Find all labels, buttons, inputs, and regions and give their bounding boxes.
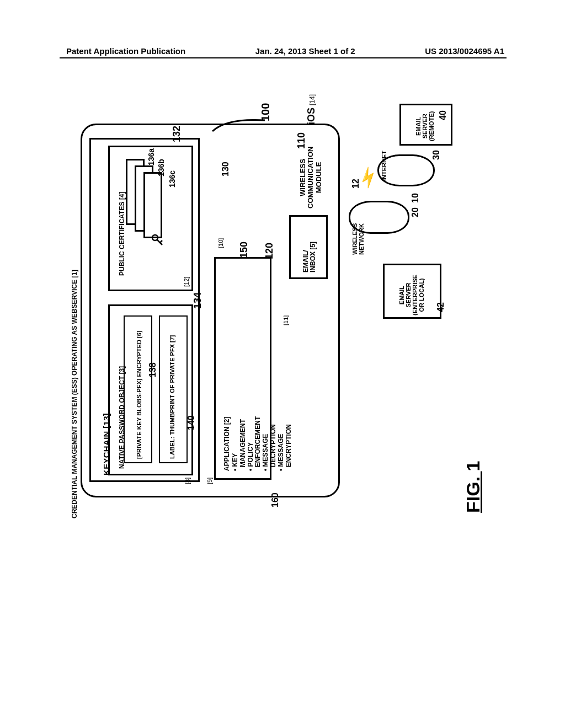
ref-160: 160 <box>270 493 280 507</box>
application-bullets: • KEY MANAGEMENT • POLICY ENFORCEMENT • … <box>232 416 292 471</box>
ess-label: CREDENTIAL MANAGEMENT SYSTEM (ESS) OPERA… <box>71 270 78 518</box>
public-certificates-title: PUBLIC CERTIFICATES [4] <box>118 192 126 276</box>
ref-150: 150 <box>238 242 250 258</box>
svg-line-2 <box>160 240 162 243</box>
figure-label: FIG. 1 <box>462 461 484 513</box>
ref-136c: 136c <box>168 170 177 188</box>
certificate-icon <box>143 172 162 238</box>
ref-12: 12 <box>351 179 361 189</box>
ref-130: 130 <box>221 162 231 176</box>
email-inbox-title: EMAIL/ INBOX [5] <box>302 242 317 272</box>
page-header: Patent Application Publication Jan. 24, … <box>0 46 565 56</box>
ref-138: 138 <box>148 362 158 377</box>
ref-100: 100 <box>259 103 272 121</box>
internet-label: INTERNET <box>381 151 387 181</box>
email-server-remote-title: EMAIL SERVER (REMOTE) <box>415 111 435 141</box>
figure-prefix: FIG. <box>462 471 483 513</box>
ref-110: 110 <box>296 132 307 149</box>
wireless-network-label: WIRELESS NETWORK <box>352 223 365 255</box>
wireless-comm-module: WIRELESS COMMUNICATION MODULE <box>299 147 323 208</box>
os-label: iOS [14] <box>306 94 317 125</box>
marker-12: [12] <box>183 277 190 287</box>
marker-9: [9] <box>206 478 213 484</box>
os-label-bracket: [14] <box>308 94 316 105</box>
os-label-text: iOS <box>306 108 317 125</box>
ref-42: 42 <box>436 302 446 312</box>
email-server-local-title: EMAIL SERVER (ENTERPRISE OR LOCAL) <box>398 275 425 315</box>
header-right: US 2013/0024695 A1 <box>425 46 504 56</box>
header-rule <box>60 57 507 58</box>
ref-134: 134 <box>192 292 204 309</box>
ref-20: 20 <box>411 207 420 217</box>
key-icon <box>151 234 163 246</box>
private-key-blobs-title: [PRIVATE KEY BLOBS-PFX] ENCRYPTED [6] <box>136 331 142 459</box>
marker-8: [8] <box>184 478 191 484</box>
header-mid: Jan. 24, 2013 Sheet 1 of 2 <box>255 46 355 56</box>
ref-30: 30 <box>431 150 441 160</box>
figure-number: 1 <box>462 461 483 472</box>
ref-132: 132 <box>171 126 183 142</box>
ref-136a: 136a <box>147 148 156 165</box>
page: Patent Application Publication Jan. 24, … <box>0 0 565 728</box>
ref-10: 10 <box>411 193 420 203</box>
application-title: APPLICATION [2] <box>223 417 231 471</box>
marker-11: [11] <box>282 315 289 325</box>
thumbprint-label-title: LABEL: THUMBPRINT OF PRIVATE PFX [7] <box>169 335 175 459</box>
ref-136b: 136b <box>157 159 166 176</box>
marker-10: [10] <box>217 238 224 248</box>
ref-120: 120 <box>264 243 275 259</box>
ref-140: 140 <box>186 415 196 430</box>
header-left: Patent Application Publication <box>66 46 185 56</box>
ref-40: 40 <box>438 110 448 120</box>
